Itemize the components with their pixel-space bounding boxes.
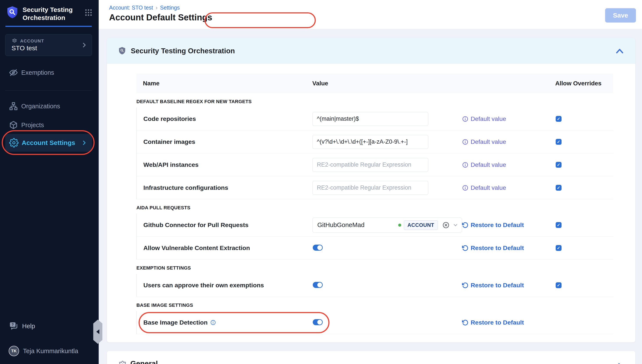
- user-profile[interactable]: TK Teja Kummarikuntla: [9, 346, 78, 356]
- sidebar-item-organizations[interactable]: Organizations: [0, 100, 99, 113]
- default-value-link[interactable]: Default value: [462, 138, 555, 146]
- main-area: Account: STO test › Settings Account Def…: [99, 0, 642, 364]
- content-area: Security Testing Orchestration Name Valu…: [99, 29, 642, 364]
- general-settings-panel: General: [107, 351, 635, 364]
- chevron-right-icon: [81, 42, 87, 48]
- info-icon: [462, 162, 468, 168]
- user-name: Teja Kummarikuntla: [23, 348, 78, 355]
- app-logo-row: Security Testing Orchestration: [6, 6, 93, 22]
- column-value: Value: [312, 80, 462, 87]
- top-bar: Account: STO test › Settings Account Def…: [99, 0, 642, 29]
- column-allow-overrides: Allow Overrides: [555, 80, 613, 87]
- table-row-github-connector: Github Connector for Pull Requests GitHu…: [137, 214, 613, 236]
- allow-override-checkbox[interactable]: [556, 185, 561, 191]
- restore-icon: [462, 245, 468, 251]
- default-value-link[interactable]: Default value: [462, 162, 555, 168]
- allow-override-checkbox[interactable]: [556, 245, 561, 251]
- sidebar-item-label: Projects: [21, 122, 44, 129]
- sto-settings-panel: Security Testing Orchestration Name Valu…: [107, 38, 635, 342]
- avatar: TK: [9, 346, 19, 356]
- sidebar-item-label: Exemptions: [21, 69, 54, 76]
- allow-override-checkbox[interactable]: [556, 116, 561, 122]
- table-row-container-images: Container images Default value: [137, 130, 613, 154]
- scope-value: STO test: [12, 44, 37, 52]
- annotation-oval-title: [204, 12, 316, 28]
- toggle-switch-on[interactable]: [313, 282, 323, 288]
- setting-name: Container images: [137, 138, 312, 146]
- allow-override-checkbox[interactable]: [556, 139, 561, 145]
- allow-override-checkbox[interactable]: [556, 162, 561, 168]
- collapse-left-icon: [96, 329, 99, 334]
- column-name: Name: [136, 80, 312, 87]
- svg-text:?: ?: [12, 322, 14, 326]
- setting-name: Infrastructure configurations: [137, 184, 312, 191]
- sidebar-item-label: Account Settings: [22, 139, 75, 146]
- info-icon[interactable]: [210, 320, 216, 326]
- default-value-link[interactable]: Default value: [462, 184, 555, 191]
- allow-override-checkbox[interactable]: [556, 222, 561, 228]
- connector-select[interactable]: GitHubGoneMad ACCOUNT: [312, 218, 462, 233]
- eye-off-icon: [9, 68, 18, 77]
- default-value-link[interactable]: Default value: [462, 116, 555, 122]
- sidebar-collapse-handle[interactable]: [93, 320, 102, 344]
- help-label: Help: [22, 322, 35, 330]
- sidebar-item-label: Organizations: [21, 103, 60, 110]
- restore-to-default-link[interactable]: Restore to Default: [462, 244, 555, 252]
- panel-header[interactable]: Security Testing Orchestration: [107, 38, 635, 64]
- sidebar-item-exemptions[interactable]: Exemptions: [0, 66, 99, 79]
- section-label-baseline-regex: DEFAULT BASELINE REGEX FOR NEW TARGETS: [136, 99, 613, 104]
- scope-tag: ACCOUNT: [404, 220, 438, 230]
- sidebar-item-projects[interactable]: Projects: [0, 118, 99, 132]
- restore-icon: [462, 319, 468, 326]
- module-grid-icon[interactable]: [84, 8, 93, 17]
- shield-icon: [118, 46, 126, 55]
- breadcrumb-settings-link[interactable]: Settings: [160, 4, 180, 11]
- clear-icon[interactable]: [442, 222, 450, 229]
- allow-override-checkbox[interactable]: [556, 282, 561, 288]
- organizations-icon: [9, 102, 18, 111]
- connector-name: GitHubGoneMad: [317, 222, 365, 228]
- table-header-row: Name Value Allow Overrides: [136, 74, 613, 93]
- restore-to-default-link[interactable]: Restore to Default: [462, 282, 555, 289]
- help-button[interactable]: ? Help: [9, 321, 35, 331]
- container-images-regex-input[interactable]: [312, 135, 428, 149]
- section-label-aida-pull-requests: AIDA PULL REQUESTS: [136, 205, 613, 210]
- settings-sections: DEFAULT BASELINE REGEX FOR NEW TARGETS C…: [136, 99, 613, 334]
- table-row-web-api-instances: Web/API instances Default value: [137, 154, 613, 176]
- section-group: Users can approve their own exemptions R…: [136, 274, 613, 297]
- nav-accent-divider: [6, 26, 92, 27]
- setting-name: Web/API instances: [137, 161, 312, 168]
- sidebar-divider: [5, 90, 92, 90]
- toggle-switch-on[interactable]: [313, 244, 323, 251]
- status-dot: [398, 224, 401, 227]
- panel-title: General: [130, 359, 158, 364]
- chevron-down-icon[interactable]: [453, 222, 458, 228]
- breadcrumb: Account: STO test › Settings: [109, 4, 180, 11]
- setting-name: Users can approve their own exemptions: [137, 282, 312, 289]
- sidebar-item-account-settings[interactable]: Account Settings: [5, 134, 92, 152]
- account-scope-card[interactable]: ACCOUNT STO test: [5, 34, 92, 56]
- chevron-up-icon[interactable]: [615, 47, 624, 55]
- table-row-vulnerable-content-extraction: Allow Vulnerable Content Extraction Rest…: [137, 236, 613, 260]
- gear-icon: [9, 138, 19, 148]
- section-group: Github Connector for Pull Requests GitHu…: [136, 214, 613, 260]
- code-repositories-regex-input[interactable]: [312, 112, 428, 126]
- sidebar: Security Testing Orchestration ACCOUNT S…: [0, 0, 99, 364]
- infrastructure-regex-input[interactable]: [312, 181, 428, 195]
- chevron-right-icon: [81, 140, 87, 146]
- chevron-up-icon[interactable]: [615, 362, 623, 364]
- web-api-regex-input[interactable]: [312, 158, 428, 172]
- page-title: Account Default Settings: [109, 12, 212, 22]
- setting-name: Github Connector for Pull Requests: [137, 222, 312, 228]
- restore-to-default-link[interactable]: Restore to Default: [462, 222, 555, 228]
- app-title: Security Testing Orchestration: [23, 6, 75, 22]
- toggle-switch-on[interactable]: [313, 319, 323, 325]
- table-row-approve-own-exemptions: Users can approve their own exemptions R…: [137, 274, 613, 297]
- scope-label: ACCOUNT: [20, 38, 44, 44]
- table-row-code-repositories: Code repositories Default value: [137, 108, 613, 130]
- table-row-base-image-detection: Base Image Detection Restore to Default: [137, 311, 613, 334]
- info-icon: [462, 139, 468, 145]
- save-button[interactable]: Save: [605, 8, 636, 22]
- breadcrumb-account-link[interactable]: Account: STO test: [109, 4, 153, 11]
- restore-to-default-link[interactable]: Restore to Default: [462, 319, 555, 326]
